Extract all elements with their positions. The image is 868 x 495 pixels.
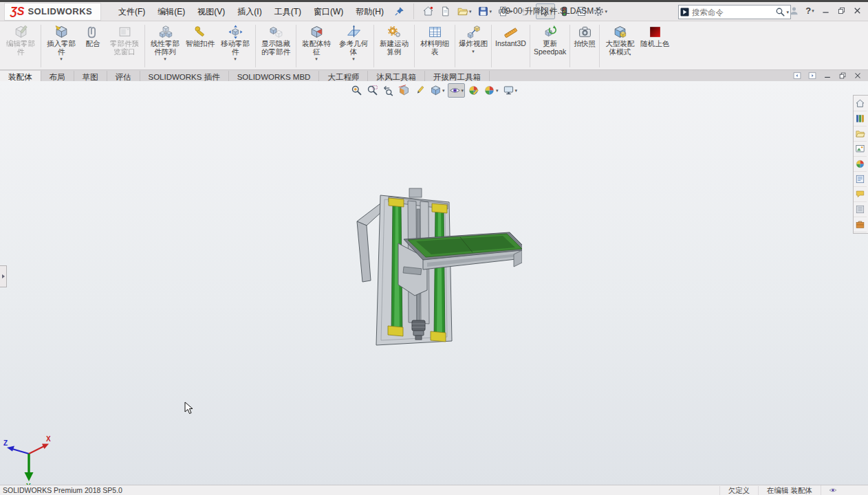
search-input[interactable] bbox=[691, 8, 774, 16]
dropdown-caret[interactable]: ▾ bbox=[461, 88, 464, 94]
dropdown-caret[interactable]: ▾ bbox=[605, 9, 608, 14]
show-hidden-components-button[interactable]: 显示隐藏的零部件 bbox=[257, 23, 294, 69]
featuremanager-collapsed-tab[interactable] bbox=[0, 265, 7, 287]
solidworks-forum-button[interactable] bbox=[854, 187, 867, 202]
doc-restore-button[interactable] bbox=[838, 71, 847, 80]
search-icon[interactable] bbox=[774, 7, 786, 17]
home-button[interactable] bbox=[420, 3, 436, 19]
custom-properties-button[interactable] bbox=[854, 172, 867, 187]
toolbox-button[interactable] bbox=[854, 217, 867, 232]
bill-of-materials-button[interactable]: 材料明细表 bbox=[416, 23, 453, 69]
hide-show-items-button[interactable]: ▾ bbox=[447, 83, 465, 98]
annotation-views-button[interactable] bbox=[413, 83, 427, 98]
solidworks-resources-icon bbox=[855, 98, 865, 109]
menu-item[interactable]: 插入(I) bbox=[231, 3, 268, 21]
assembly-features-button[interactable]: 装配体特征▾ bbox=[298, 23, 335, 69]
assembly-model[interactable] bbox=[350, 186, 522, 347]
dropdown-caret[interactable]: ▾ bbox=[515, 88, 518, 94]
sw-addins-button[interactable] bbox=[854, 202, 867, 217]
ribbon-group-separator bbox=[530, 25, 530, 67]
dropdown-caret[interactable]: ▾ bbox=[315, 56, 318, 62]
design-library-button[interactable] bbox=[854, 111, 867, 126]
doc-window-controls bbox=[792, 71, 862, 80]
dropdown-caret[interactable]: ▾ bbox=[164, 56, 166, 62]
view-settings-button[interactable]: ▾ bbox=[501, 83, 519, 98]
update-speedpak-button[interactable]: 更新 Speedpak bbox=[532, 23, 568, 69]
close-button[interactable] bbox=[849, 3, 865, 18]
zoom-to-area-button[interactable] bbox=[365, 83, 380, 98]
menu-item[interactable]: 视图(V) bbox=[191, 3, 231, 21]
take-snapshot-button[interactable]: 拍快照 bbox=[572, 23, 598, 69]
doc-close-button[interactable] bbox=[853, 71, 862, 80]
apply-scene-button[interactable]: ▾ bbox=[482, 83, 500, 98]
section-view-button[interactable] bbox=[397, 83, 411, 98]
minimize-button[interactable] bbox=[818, 3, 834, 18]
preview-window-icon bbox=[118, 25, 132, 39]
insert-components-button[interactable]: 插入零部件▾ bbox=[43, 23, 80, 69]
graphics-viewport[interactable]: ▾▾▾▾ bbox=[0, 81, 868, 485]
menu-item[interactable]: 帮助(H) bbox=[349, 3, 390, 21]
ribbon-group-separator bbox=[144, 25, 145, 67]
new-motion-study-button[interactable]: 新建运动算例 bbox=[376, 23, 413, 69]
assembly-features-icon bbox=[310, 25, 324, 39]
dropdown-caret[interactable]: ▾ bbox=[352, 56, 355, 62]
dropdown-caret[interactable]: ▾ bbox=[496, 88, 499, 94]
search-scope-icon[interactable] bbox=[679, 7, 691, 17]
dropdown-caret[interactable]: ▾ bbox=[469, 9, 472, 14]
smart-fasteners-button[interactable]: 智能扣件 bbox=[184, 23, 217, 69]
view-palette-button[interactable] bbox=[854, 142, 867, 157]
zoom-to-area-icon bbox=[367, 85, 378, 96]
move-component-button[interactable]: 移动零部件▾ bbox=[217, 23, 254, 69]
solidworks-logo: ƷS SOLIDWORKS bbox=[4, 3, 101, 21]
dropdown-caret[interactable]: ▾ bbox=[60, 56, 63, 62]
menu-item[interactable]: 文件(F) bbox=[112, 3, 151, 21]
ribbon-button-label: 配合 bbox=[86, 40, 100, 48]
previous-view-button[interactable] bbox=[381, 83, 395, 98]
dropdown-caret[interactable]: ▾ bbox=[490, 9, 492, 14]
show-feature-pane-button[interactable] bbox=[792, 71, 802, 80]
menu-item[interactable]: 工具(T) bbox=[268, 3, 307, 21]
command-search: ▾ bbox=[678, 5, 791, 19]
dropdown-caret[interactable]: ▾ bbox=[472, 49, 475, 54]
exploded-view-button[interactable]: 爆炸视图▾ bbox=[457, 23, 490, 69]
solidworks-resources-button[interactable] bbox=[854, 96, 867, 111]
appearances-scenes-button[interactable] bbox=[854, 157, 867, 172]
dropdown-caret[interactable]: ▾ bbox=[442, 88, 445, 94]
quick-tips-button[interactable] bbox=[821, 485, 845, 495]
close-icon bbox=[852, 6, 862, 16]
random-color-button[interactable]: 随机上色 bbox=[638, 23, 671, 69]
user-login-icon bbox=[789, 6, 799, 16]
mate-button[interactable]: 配合 bbox=[80, 23, 106, 69]
open-button[interactable]: ▾ bbox=[455, 3, 474, 19]
instant3d-button[interactable]: Instant3D bbox=[493, 23, 528, 69]
linear-component-pattern-button[interactable]: 线性零部件阵列▾ bbox=[147, 23, 184, 69]
maximize-button[interactable] bbox=[834, 3, 849, 18]
annotation-views-icon bbox=[414, 85, 426, 96]
reference-geometry-button[interactable]: 参考几何体▾ bbox=[335, 23, 372, 69]
doc-restore-icon bbox=[838, 71, 847, 80]
pin-menu-button[interactable] bbox=[391, 5, 406, 19]
show-display-pane-icon bbox=[807, 71, 817, 80]
title-bar: ƷS SOLIDWORKS 文件(F)编辑(E)视图(V)插入(I)工具(T)窗… bbox=[0, 2, 868, 21]
dropdown-caret[interactable]: ▾ bbox=[812, 8, 814, 14]
user-login-button[interactable] bbox=[786, 3, 802, 18]
bom-icon bbox=[428, 25, 442, 39]
new-document-button[interactable] bbox=[437, 3, 453, 19]
instant3d-icon bbox=[503, 25, 518, 39]
doc-minimize-button[interactable] bbox=[823, 71, 832, 80]
file-explorer-button[interactable] bbox=[854, 126, 867, 142]
zoom-to-fit-button[interactable] bbox=[349, 83, 364, 98]
menu-item[interactable]: 编辑(E) bbox=[151, 3, 191, 21]
previous-view-icon bbox=[382, 85, 394, 96]
ribbon-button-label: 移动零部件 bbox=[219, 40, 252, 56]
ribbon-button-label: 材料明细表 bbox=[418, 40, 451, 56]
dropdown-caret[interactable]: ▾ bbox=[234, 56, 237, 62]
help-button[interactable]: ?▾ bbox=[802, 3, 818, 18]
view-orientation-button[interactable]: ▾ bbox=[428, 83, 446, 98]
smart-fasteners-icon bbox=[193, 25, 208, 39]
edit-appearance-button[interactable] bbox=[466, 83, 481, 98]
menu-item[interactable]: 窗口(W) bbox=[307, 3, 349, 21]
large-assembly-mode-button[interactable]: 大型装配体模式 bbox=[601, 23, 638, 69]
show-display-pane-button[interactable] bbox=[807, 71, 817, 80]
save-button[interactable]: ▾ bbox=[475, 3, 495, 19]
